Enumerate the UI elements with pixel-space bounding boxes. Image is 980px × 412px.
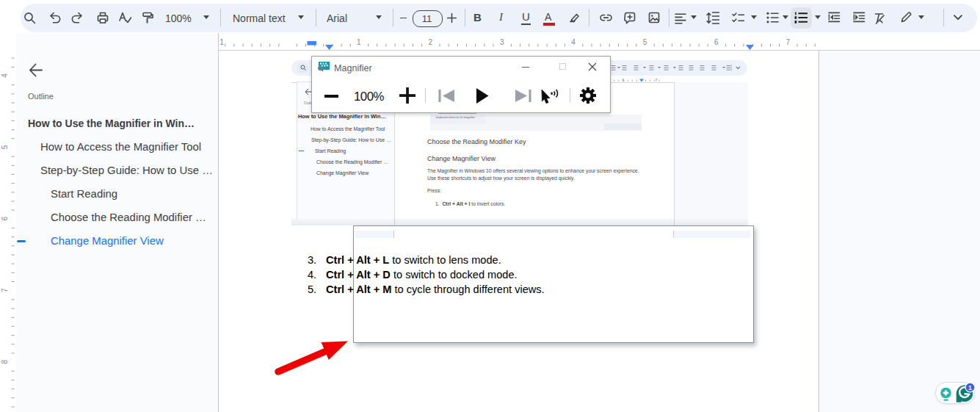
- svg-text:6: 6: [1, 217, 9, 221]
- svg-text:6: 6: [714, 38, 719, 46]
- svg-text:7: 7: [655, 78, 658, 82]
- svg-text:1: 1: [219, 38, 224, 46]
- svg-text:4: 4: [571, 38, 576, 46]
- svg-text:3: 3: [500, 38, 504, 46]
- svg-text:1: 1: [968, 384, 972, 391]
- svg-text:2: 2: [429, 38, 433, 46]
- svg-text:7: 7: [1, 288, 9, 292]
- svg-text:5: 5: [643, 38, 647, 46]
- svg-text:6: 6: [622, 78, 625, 82]
- svg-text:1: 1: [357, 38, 361, 46]
- svg-text:5: 5: [1, 145, 9, 149]
- svg-text:7: 7: [786, 38, 791, 46]
- svg-text:8: 8: [1, 359, 9, 364]
- svg-text:4: 4: [1, 73, 9, 78]
